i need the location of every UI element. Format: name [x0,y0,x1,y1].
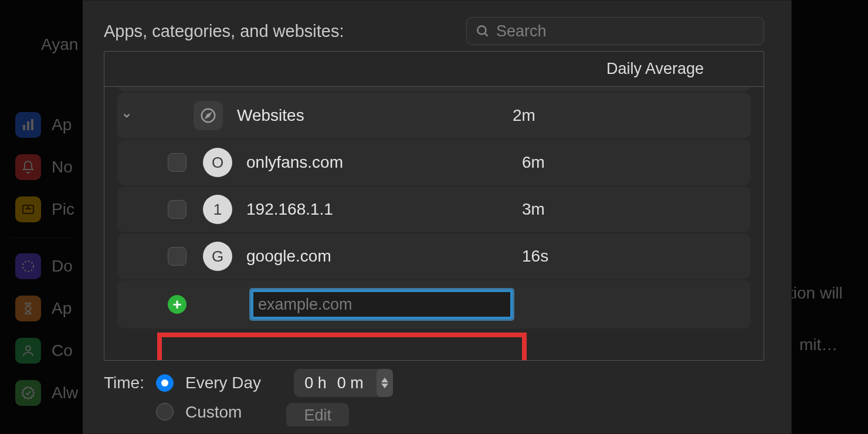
checkbox[interactable] [168,247,187,266]
stepper-icon[interactable] [377,369,393,397]
new-website-input[interactable] [251,290,513,319]
row-label: 192.168.1.1 [246,200,522,219]
svg-line-7 [484,33,487,36]
search-field[interactable] [466,17,764,45]
row-label: onlyfans.com [246,153,522,172]
sheet-title: Apps, categories, and websites: [104,22,344,41]
duration-picker[interactable]: 0 h 0 m [294,369,393,397]
table-row-websites[interactable]: Websites 2m [117,93,751,138]
search-icon [475,23,490,39]
chevron-down-icon[interactable] [115,110,138,121]
row-value: 2m [513,106,535,125]
site-badge: G [203,242,232,271]
table-header: Daily Average [104,52,764,87]
plus-icon[interactable]: + [168,295,187,314]
table-row-other[interactable]: › Other 2m [117,87,751,91]
usage-table: Daily Average › Other 2m [104,51,764,361]
radio-custom-label: Custom [185,403,242,422]
time-section: Time: Every Day 0 h 0 m Time: Custom Edi… [104,369,764,426]
row-value: 6m [522,153,545,172]
row-value: 16s [522,247,548,266]
duration-minutes: 0 m [337,374,364,392]
row-value: 3m [522,200,545,219]
svg-marker-9 [206,113,211,118]
column-header-daily-average: Daily Average [606,60,704,78]
table-row-website-2[interactable]: G google.com 16s [117,233,751,279]
safari-icon [194,101,223,130]
checkbox[interactable] [168,153,187,172]
search-input[interactable] [496,22,755,40]
svg-marker-10 [381,378,388,382]
row-label: google.com [246,247,522,266]
row-label: Websites [237,106,513,125]
radio-custom[interactable] [156,403,174,421]
highlight-rectangle [157,333,527,360]
time-label: Time: [104,374,144,392]
site-badge: O [203,148,232,177]
table-row-website-1[interactable]: 1 192.168.1.1 3m [117,187,751,232]
edit-button[interactable]: Edit [286,403,349,426]
checkbox[interactable] [168,200,187,219]
table-row-website-0[interactable]: O onlyfans.com 6m [117,140,751,185]
duration-hours: 0 h [304,374,327,392]
add-limit-sheet: Apps, categories, and websites: Daily Av… [82,0,792,434]
radio-every-day-label: Every Day [185,374,261,392]
add-website-row[interactable]: + [117,280,751,328]
site-badge: 1 [203,195,232,224]
svg-marker-11 [381,384,388,388]
svg-point-6 [477,26,486,34]
radio-every-day[interactable] [156,374,174,392]
